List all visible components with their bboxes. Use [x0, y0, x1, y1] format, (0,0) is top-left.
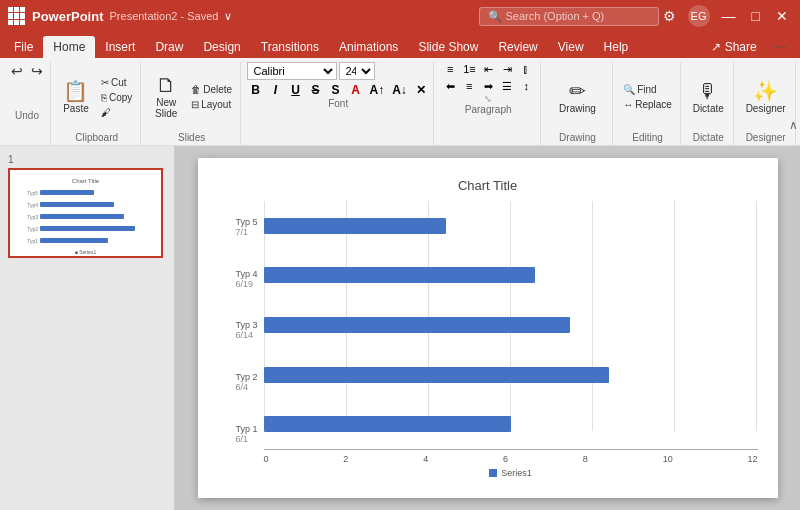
para-row-2: ⬅ ≡ ➡ ☰ ↕: [441, 79, 535, 94]
find-button[interactable]: 🔍 Find: [620, 83, 675, 96]
clipboard-label: Clipboard: [75, 132, 118, 145]
delete-icon: 🗑: [191, 84, 201, 95]
numbering-button[interactable]: 1≡: [460, 62, 478, 77]
align-left[interactable]: ⬅: [441, 79, 459, 94]
share-button[interactable]: ↗ Share: [701, 36, 767, 58]
increase-indent[interactable]: ⇥: [498, 62, 516, 77]
y-label-1: Typ 1 6/1: [235, 424, 257, 444]
tab-view[interactable]: View: [548, 36, 594, 58]
font-family-select[interactable]: Calibri: [247, 62, 337, 80]
x-label-2: 4: [423, 454, 428, 464]
copy-button[interactable]: ⎘ Copy: [98, 91, 135, 104]
collapse-ribbon-btn[interactable]: ∧: [787, 116, 800, 134]
font-size-decrease[interactable]: A↓: [389, 82, 410, 98]
bar-1: [264, 416, 511, 432]
columns-button[interactable]: ⫿: [517, 62, 535, 77]
app-grid-icon[interactable]: [8, 7, 26, 25]
x-label-5: 10: [663, 454, 673, 464]
designer-button[interactable]: ✨ Designer: [742, 79, 790, 116]
slides-inner: 🗋 New Slide 🗑 Delete ⊟ Layout: [148, 62, 235, 132]
tab-review[interactable]: Review: [488, 36, 547, 58]
replace-button[interactable]: ↔ Replace: [620, 98, 675, 111]
bar-row-3: [264, 314, 758, 336]
slides-group: 🗋 New Slide 🗑 Delete ⊟ Layout Slides: [143, 62, 241, 145]
editing-label: Editing: [632, 132, 663, 145]
undo-button[interactable]: ↩: [8, 62, 26, 80]
bold-button[interactable]: B: [247, 82, 265, 98]
slide-number-label: 1: [8, 154, 166, 165]
ribbon-tabs: File Home Insert Draw Design Transitions…: [0, 32, 800, 58]
underline-button[interactable]: U: [287, 82, 305, 98]
redo-button[interactable]: ↪: [28, 62, 46, 80]
tab-design[interactable]: Design: [193, 36, 250, 58]
drawing-icon: ✏: [569, 81, 586, 101]
dictate-icon: 🎙: [698, 81, 718, 101]
format-painter-button[interactable]: 🖌: [98, 106, 135, 119]
slide-canvas-area[interactable]: Chart Title Typ 5 7/1 Typ 4 6/19 T: [175, 146, 800, 510]
legend-label: Series1: [501, 468, 532, 478]
undo-icon: ↩: [11, 63, 23, 79]
maximize-btn[interactable]: □: [748, 6, 764, 26]
slides-label: Slides: [178, 132, 205, 145]
para-inner: ≡ 1≡ ⇤ ⇥ ⫿ ⬅ ≡ ➡ ☰ ↕: [441, 62, 535, 94]
align-center[interactable]: ≡: [460, 79, 478, 94]
new-slide-button[interactable]: 🗋 New Slide: [148, 73, 184, 121]
user-avatar[interactable]: EG: [688, 5, 710, 27]
font-row-2: B I U S S A A↑ A↓ ✕: [247, 82, 430, 98]
layout-button[interactable]: ⊟ Layout: [188, 98, 235, 111]
tab-draw[interactable]: Draw: [145, 36, 193, 58]
font-controls: Calibri 24 B I U S S A A↑ A↓ ✕: [247, 62, 430, 98]
undo-row: ↩ ↪: [8, 62, 46, 80]
decrease-indent[interactable]: ⇤: [479, 62, 497, 77]
search-box[interactable]: 🔍 Search (Option + Q): [479, 7, 659, 26]
font-size-select[interactable]: 24: [339, 62, 375, 80]
align-right[interactable]: ➡: [479, 79, 497, 94]
undo-group: ↩ ↪ Undo: [4, 62, 51, 145]
delete-button[interactable]: 🗑 Delete: [188, 83, 235, 96]
layout-icon: ⊟: [191, 99, 199, 110]
app-name: PowerPoint: [32, 9, 104, 24]
tab-home[interactable]: Home: [43, 36, 95, 58]
bar-4: [264, 267, 536, 283]
slide-thumbnail[interactable]: Chart Title Typ5 Typ4 Typ3: [8, 168, 163, 258]
shadow-button[interactable]: S: [327, 82, 345, 98]
font-size-increase[interactable]: A↑: [367, 82, 388, 98]
strikethrough-button[interactable]: S: [307, 82, 325, 98]
line-spacing[interactable]: ↕: [517, 79, 535, 94]
tab-transitions[interactable]: Transitions: [251, 36, 329, 58]
tab-file[interactable]: File: [4, 36, 43, 58]
cut-button[interactable]: ✂ Cut: [98, 76, 135, 89]
paste-button[interactable]: 📋 Paste: [58, 79, 94, 116]
justify[interactable]: ☰: [498, 79, 516, 94]
legend-dot: [489, 469, 497, 477]
font-color-button[interactable]: A: [347, 82, 365, 98]
share-icon: ↗: [711, 40, 721, 54]
settings-btn[interactable]: ⚙: [659, 6, 680, 26]
clipboard-inner: 📋 Paste ✂ Cut ⎘ Copy 🖌: [58, 62, 135, 132]
replace-icon: ↔: [623, 99, 633, 110]
minimize-btn[interactable]: —: [718, 6, 740, 26]
paragraph-expand[interactable]: ⤡: [484, 94, 492, 104]
dictate-button[interactable]: 🎙 Dictate: [689, 79, 728, 116]
drawing-button[interactable]: ✏ Drawing: [555, 79, 600, 116]
tab-insert[interactable]: Insert: [95, 36, 145, 58]
clear-format[interactable]: ✕: [412, 82, 430, 98]
editing-group: 🔍 Find ↔ Replace Editing: [615, 62, 681, 145]
drawing-label: Drawing: [559, 132, 596, 145]
bar-5: [264, 218, 447, 234]
expand-icon[interactable]: ∨: [224, 10, 232, 23]
paragraph-group: ≡ 1≡ ⇤ ⇥ ⫿ ⬅ ≡ ➡ ☰ ↕ ⤡ Paragraph: [436, 62, 541, 145]
search-placeholder: Search (Option + Q): [506, 10, 605, 22]
tab-animations[interactable]: Animations: [329, 36, 408, 58]
tab-slideshow[interactable]: Slide Show: [408, 36, 488, 58]
file-name: Presentation2 - Saved: [110, 10, 219, 22]
designer-inner: ✨ Designer: [742, 62, 790, 132]
close-btn[interactable]: ✕: [772, 6, 792, 26]
new-slide-icon: 🗋: [156, 75, 176, 95]
italic-button[interactable]: I: [267, 82, 285, 98]
cut-icon: ✂: [101, 77, 109, 88]
more-button[interactable]: ···: [771, 36, 792, 58]
chart-y-labels: Typ 5 7/1 Typ 4 6/19 Typ 3 6/14 Typ 2: [218, 201, 258, 478]
bullets-button[interactable]: ≡: [441, 62, 459, 77]
tab-help[interactable]: Help: [594, 36, 639, 58]
